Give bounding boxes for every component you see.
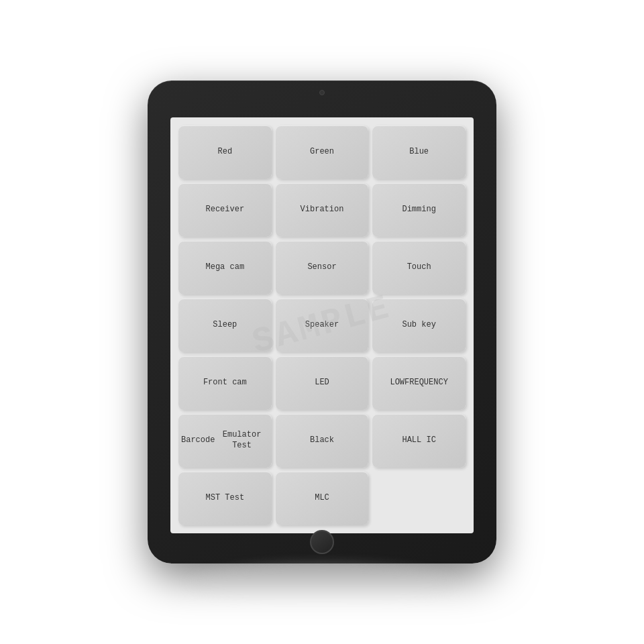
btn-sensor[interactable]: Sensor [276, 241, 369, 294]
btn-hall-ic[interactable]: HALL IC [372, 414, 466, 468]
btn-vibration[interactable]: Vibration [276, 183, 369, 237]
btn-mlc[interactable]: MLC [276, 472, 369, 525]
camera-lens [319, 90, 325, 95]
btn-led[interactable]: LED [276, 356, 369, 410]
btn-speaker[interactable]: Speaker [276, 299, 369, 352]
btn-receiver[interactable]: Receiver [178, 183, 272, 237]
home-button[interactable] [310, 530, 334, 554]
btn-mst-test[interactable]: MST Test [178, 472, 272, 525]
button-grid: RedGreenBlueReceiverVibrationDimmingMega… [170, 117, 474, 533]
btn-mega-cam[interactable]: Mega cam [178, 241, 272, 294]
btn-empty [372, 472, 466, 525]
btn-dimming[interactable]: Dimming [372, 183, 466, 237]
tablet-device: SAMPLE RedGreenBlueReceiverVibrationDimm… [148, 80, 496, 564]
btn-black[interactable]: Black [276, 414, 369, 468]
btn-barcode[interactable]: BarcodeEmulator Test [178, 414, 272, 468]
btn-green[interactable]: Green [276, 125, 369, 179]
btn-low-frequency[interactable]: LOWFREQUENCY [372, 356, 466, 410]
btn-touch[interactable]: Touch [372, 241, 466, 294]
btn-front-cam[interactable]: Front cam [178, 356, 272, 410]
btn-sub-key[interactable]: Sub key [372, 299, 466, 352]
btn-sleep[interactable]: Sleep [178, 299, 272, 352]
btn-blue[interactable]: Blue [372, 125, 466, 179]
tablet-screen: SAMPLE RedGreenBlueReceiverVibrationDimm… [170, 117, 474, 533]
tablet-reflection [188, 564, 456, 604]
btn-red[interactable]: Red [178, 125, 272, 179]
